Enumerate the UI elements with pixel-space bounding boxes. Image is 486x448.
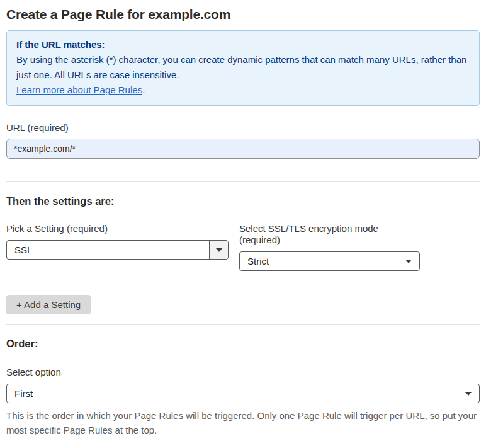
ssl-mode-select[interactable]: Strict [239, 251, 420, 271]
order-help-text: This is the order in which your Page Rul… [6, 408, 480, 437]
order-select[interactable]: First [6, 384, 480, 403]
chevron-down-icon [216, 248, 222, 252]
order-select-value: First [7, 388, 458, 399]
learn-more-link[interactable]: Learn more about Page Rules [16, 84, 142, 95]
settings-row: Pick a Setting (required) SSL Select SSL… [6, 223, 480, 271]
add-setting-button[interactable]: + Add a Setting [6, 295, 91, 314]
info-box-body: By using the asterisk (*) character, you… [16, 52, 470, 83]
info-box-link-line: Learn more about Page Rules. [16, 83, 470, 98]
setting-picker-label: Pick a Setting (required) [6, 223, 229, 234]
link-suffix: . [142, 84, 145, 95]
order-select-label: Select option [6, 367, 480, 378]
settings-section-heading: Then the settings are: [6, 182, 480, 207]
url-input[interactable] [6, 139, 480, 159]
ssl-mode-label: Select SSL/TLS encryption mode (required… [239, 223, 420, 246]
ssl-mode-value: Strict [240, 256, 398, 267]
url-field-label: URL (required) [6, 122, 480, 134]
setting-picker-value: SSL [7, 244, 209, 255]
order-arrow-area [458, 384, 479, 403]
url-matches-info-box: If the URL matches: By using the asteris… [6, 30, 480, 106]
page-title: Create a Page Rule for example.com [6, 0, 480, 23]
ssl-mode-column: Select SSL/TLS encryption mode (required… [239, 223, 420, 271]
chevron-down-icon [465, 392, 472, 396]
setting-picker-arrow-box[interactable] [209, 241, 228, 259]
ssl-mode-arrow-area [398, 252, 419, 270]
create-page-rule-page: Create a Page Rule for example.com If th… [0, 0, 486, 448]
setting-picker-column: Pick a Setting (required) SSL [6, 223, 229, 271]
info-box-heading: If the URL matches: [16, 37, 470, 52]
chevron-down-icon [405, 260, 412, 263]
order-section-heading: Order: [6, 325, 480, 350]
setting-picker-select[interactable]: SSL [6, 240, 229, 260]
